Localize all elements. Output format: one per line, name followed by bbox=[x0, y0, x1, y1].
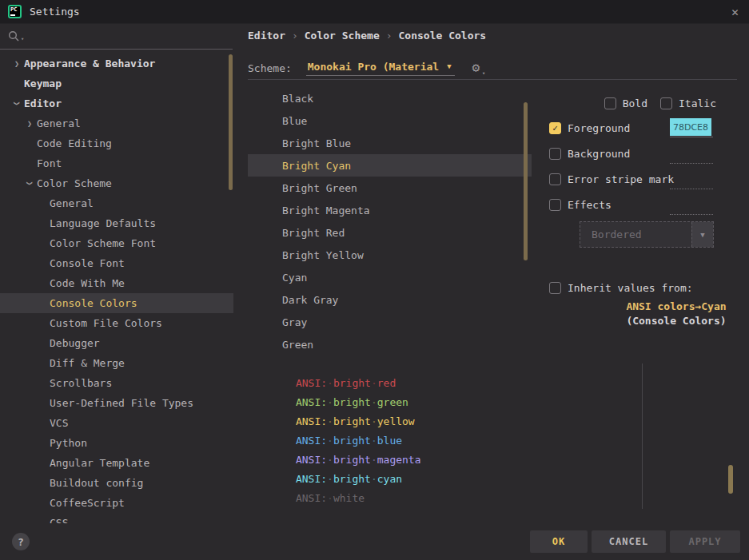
main-scrollbar-thumb[interactable] bbox=[728, 465, 733, 494]
background-checkbox[interactable]: Background bbox=[549, 145, 630, 162]
color-list-item[interactable]: Dark Gray bbox=[248, 288, 532, 311]
sidebar-item[interactable]: User-Defined File Types bbox=[0, 393, 233, 413]
inherit-checkbox[interactable]: Inherit values from: bbox=[549, 279, 693, 296]
color-list-item[interactable]: Gray bbox=[248, 311, 532, 333]
color-list-item[interactable]: Black bbox=[248, 87, 532, 109]
sidebar-item[interactable]: Buildout config bbox=[0, 473, 233, 493]
color-list-scrollbar-thumb[interactable] bbox=[524, 102, 528, 260]
color-list-item-label: Bright Blue bbox=[282, 137, 351, 149]
sidebar-item[interactable]: Language Defaults bbox=[0, 213, 233, 233]
sidebar-item-label: Keymap bbox=[24, 77, 62, 89]
sidebar-item[interactable]: CoffeeScript bbox=[0, 493, 233, 513]
preview-line-text: ANSI:·bright·yellow bbox=[296, 415, 415, 427]
sidebar-item-label: VCS bbox=[50, 417, 68, 429]
sidebar-item-label: User-Defined File Types bbox=[50, 397, 193, 409]
apply-button: APPLY bbox=[670, 530, 740, 553]
bold-checkbox[interactable]: Bold bbox=[604, 97, 647, 109]
preview-line-text: ANSI:·bright·red bbox=[296, 377, 396, 389]
scheme-label: Scheme: bbox=[248, 62, 292, 74]
foreground-checkbox[interactable]: Foreground bbox=[549, 119, 630, 137]
sidebar-item[interactable]: Appearance & Behavior bbox=[0, 54, 233, 73]
sidebar-scrollbar-thumb[interactable] bbox=[229, 54, 233, 190]
sidebar-item-label: Python bbox=[50, 437, 87, 449]
color-list-item[interactable]: Blue bbox=[248, 109, 532, 132]
sidebar-item[interactable]: Code Editing bbox=[0, 133, 233, 153]
header-divider bbox=[248, 79, 737, 80]
sidebar-item[interactable]: VCS bbox=[0, 413, 233, 433]
sidebar-item[interactable]: Python bbox=[0, 433, 233, 453]
inherit-checkbox-box bbox=[549, 282, 561, 294]
sidebar-item[interactable]: General bbox=[0, 113, 233, 133]
sidebar-item[interactable]: Angular Template bbox=[0, 453, 233, 473]
sidebar-item[interactable]: CSS bbox=[0, 513, 233, 523]
pycharm-logo-icon: PC bbox=[8, 5, 22, 18]
sidebar-item[interactable]: Color Scheme Font bbox=[0, 233, 233, 253]
sidebar-item-label: Angular Template bbox=[50, 457, 149, 469]
sidebar-item[interactable]: Debugger bbox=[0, 333, 233, 353]
color-list-item[interactable]: Bright Yellow bbox=[248, 244, 532, 266]
console-preview: ANSI:·bright·red ANSI:·bright·green ANSI… bbox=[248, 359, 641, 510]
close-icon[interactable]: ✕ bbox=[731, 5, 739, 19]
error-stripe-label: Error stripe mark bbox=[568, 173, 674, 185]
breadcrumb: Editor › Color Scheme › Console Colors bbox=[248, 30, 486, 42]
console-preview-lines: ANSI:·bright·red ANSI:·bright·green ANSI… bbox=[248, 359, 641, 489]
sidebar-item-label: General bbox=[37, 117, 81, 129]
preview-line-text: ANSI:·white bbox=[296, 492, 365, 504]
color-list-item[interactable]: Green bbox=[248, 333, 532, 355]
sidebar-item[interactable]: Code With Me bbox=[0, 273, 233, 293]
scheme-row: Scheme: Monokai Pro (Material ▼ ⚙▾ bbox=[248, 59, 480, 77]
tree-chevron-icon[interactable] bbox=[10, 99, 24, 108]
color-list-item-label: Cyan bbox=[282, 272, 307, 284]
error-stripe-color-field[interactable] bbox=[670, 189, 713, 189]
settings-tree: Appearance & Behavior Keymap Editor Gene… bbox=[0, 50, 233, 523]
inherit-source: ANSI colors→Cyan (Console Colors) bbox=[596, 300, 749, 328]
background-checkbox-box bbox=[549, 148, 561, 160]
sidebar-item-label: CSS bbox=[50, 517, 68, 523]
error-stripe-checkbox-box bbox=[549, 173, 561, 185]
effects-color-field[interactable] bbox=[670, 214, 713, 215]
inherit-source-link[interactable]: ANSI colors→Cyan bbox=[596, 300, 749, 314]
tree-chevron-icon[interactable] bbox=[22, 119, 37, 128]
tree-chevron-icon[interactable] bbox=[22, 179, 37, 188]
sidebar-item[interactable]: Custom File Colors bbox=[0, 313, 233, 333]
sidebar-item[interactable]: Console Colors bbox=[0, 293, 233, 313]
error-stripe-checkbox[interactable]: Error stripe mark bbox=[549, 170, 674, 188]
scheme-gear-icon[interactable]: ⚙▾ bbox=[472, 62, 480, 74]
italic-checkbox[interactable]: Italic bbox=[660, 97, 716, 109]
sidebar-item[interactable]: Keymap bbox=[0, 73, 233, 93]
breadcrumb-separator: › bbox=[292, 30, 298, 42]
cancel-button[interactable]: CANCEL bbox=[592, 530, 666, 553]
sidebar-item[interactable]: Font bbox=[0, 153, 233, 173]
sidebar-item-label: Language Defaults bbox=[50, 217, 156, 229]
effects-checkbox[interactable]: Effects bbox=[549, 196, 612, 213]
background-color-field[interactable] bbox=[670, 163, 713, 164]
sidebar-item-label: Code Editing bbox=[37, 137, 112, 149]
sidebar-item[interactable]: Color Scheme bbox=[0, 173, 233, 193]
sidebar-item[interactable]: Editor bbox=[0, 93, 233, 113]
sidebar-item[interactable]: Scrollbars bbox=[0, 373, 233, 393]
sidebar-item[interactable]: Console Font bbox=[0, 253, 233, 273]
foreground-color-swatch[interactable]: 78DCE8 bbox=[670, 118, 711, 136]
color-list-item[interactable]: Bright Magenta bbox=[248, 199, 532, 221]
ok-button[interactable]: OK bbox=[530, 530, 588, 553]
sidebar-item[interactable]: Diff & Merge bbox=[0, 353, 233, 373]
tree-chevron-icon[interactable] bbox=[10, 59, 24, 68]
color-list-item[interactable]: Bright Green bbox=[248, 177, 532, 199]
color-list-item[interactable]: Bright Red bbox=[248, 221, 532, 244]
color-list-item[interactable]: Bright Cyan bbox=[248, 154, 532, 177]
scheme-select[interactable]: Monokai Pro (Material ▼ bbox=[306, 61, 455, 76]
window-title: Settings bbox=[30, 6, 80, 18]
settings-dialog: { "window": { "title": "Settings", "app_… bbox=[0, 0, 749, 560]
pycharm-logo-bar bbox=[10, 14, 15, 16]
help-button[interactable]: ? bbox=[12, 533, 30, 550]
sidebar-item[interactable]: General bbox=[0, 193, 233, 213]
sidebar-item-label: Debugger bbox=[50, 337, 100, 349]
bold-checkbox-box bbox=[604, 97, 616, 109]
preview-line[interactable]: ANSI:·bright·red bbox=[248, 359, 641, 374]
color-list-item[interactable]: Cyan bbox=[248, 266, 532, 288]
inherit-source-group: (Console Colors) bbox=[596, 314, 749, 328]
search-input[interactable]: ▾ bbox=[0, 24, 233, 49]
sidebar-item-label: Code With Me bbox=[50, 277, 125, 289]
color-list-item[interactable]: Bright Blue bbox=[248, 132, 532, 154]
sidebar-item-label: Console Font bbox=[50, 257, 125, 269]
